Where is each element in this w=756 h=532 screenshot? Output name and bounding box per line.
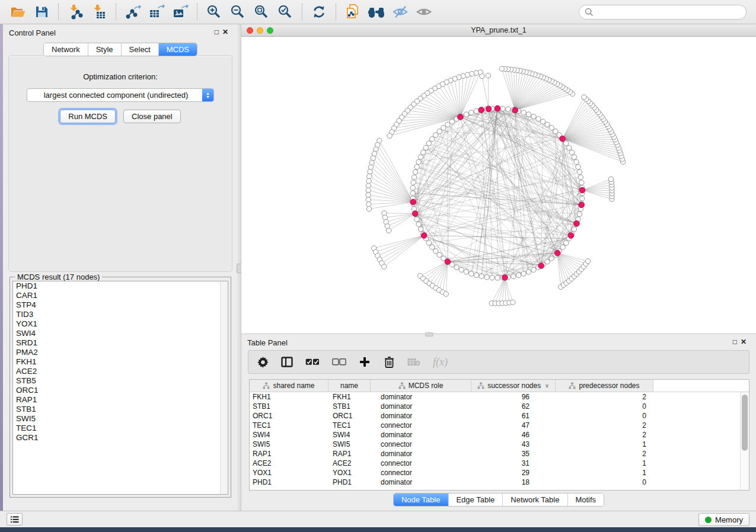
table-cell[interactable]: 46 <box>471 431 556 439</box>
table-cell[interactable]: STB1 <box>250 402 328 411</box>
export-network-icon[interactable] <box>121 2 145 21</box>
export-image-icon[interactable] <box>168 2 192 21</box>
table-cell[interactable]: 2 <box>556 431 653 439</box>
table-cell[interactable]: 1 <box>556 440 653 448</box>
first-neighbors-binoculars-icon[interactable] <box>365 2 388 21</box>
hide-selected-eye-icon[interactable] <box>388 2 412 21</box>
tab-style[interactable]: Style <box>88 43 122 56</box>
mcds-result-node[interactable]: STB1 <box>13 405 228 414</box>
mcds-result-node[interactable]: SWI5 <box>13 414 228 424</box>
mcds-result-list[interactable]: PHD1CAR1STP4TID3YOX1SWI4SRD1PMA2FKH1ACE2… <box>12 281 228 495</box>
table-row[interactable]: SWI5SWI5connector431 <box>250 440 749 449</box>
zoom-out-icon[interactable] <box>226 2 250 21</box>
table-row[interactable]: PHD1PHD1dominator180 <box>250 477 749 487</box>
table-cell[interactable]: YOX1 <box>250 469 328 477</box>
tab-network-table[interactable]: Network Table <box>503 493 567 506</box>
mcds-result-node[interactable]: STP4 <box>13 300 228 310</box>
column-header-mcds-role[interactable]: MCDS role <box>371 380 471 392</box>
table-cell[interactable]: SWI5 <box>328 440 371 448</box>
column-header-successor-nodes[interactable]: successor nodes ∨ <box>471 380 556 392</box>
table-cell[interactable]: ACE2 <box>250 459 328 467</box>
mcds-result-node[interactable]: GCR1 <box>13 433 228 443</box>
zoom-fit-icon[interactable] <box>250 2 273 21</box>
open-file-icon[interactable] <box>6 2 30 21</box>
table-cell[interactable]: dominator <box>371 431 471 439</box>
table-cell[interactable]: 1 <box>556 459 653 467</box>
table-cell[interactable]: ACE2 <box>328 459 371 467</box>
table-cell[interactable]: 62 <box>471 402 556 411</box>
table-cell[interactable]: SWI4 <box>250 431 328 439</box>
mcds-result-node[interactable]: YOX1 <box>13 319 228 329</box>
table-cell[interactable]: 1 <box>556 469 653 477</box>
close-panel-icon[interactable]: ✕ <box>222 28 232 36</box>
table-cell[interactable]: 2 <box>556 421 653 430</box>
tab-select[interactable]: Select <box>122 43 159 56</box>
table-row[interactable]: FKH1FKH1dominator962 <box>250 392 749 402</box>
table-cell[interactable]: PHD1 <box>250 478 328 486</box>
table-cell[interactable]: FKH1 <box>250 393 328 401</box>
table-cell[interactable]: dominator <box>371 402 471 411</box>
zoom-in-icon[interactable] <box>202 2 226 21</box>
table-cell[interactable]: 0 <box>556 478 653 486</box>
mcds-result-node[interactable]: ACE2 <box>13 367 228 376</box>
mcds-result-node[interactable]: RAP1 <box>13 395 228 405</box>
table-cell[interactable]: connector <box>371 459 471 467</box>
table-cell[interactable]: 0 <box>556 402 653 411</box>
mcds-result-node[interactable]: PMA2 <box>13 348 228 357</box>
table-row[interactable]: STB1STB1dominator620 <box>250 402 749 411</box>
table-cell[interactable]: 31 <box>471 459 556 467</box>
table-cell[interactable]: FKH1 <box>328 393 371 401</box>
table-cell[interactable]: 2 <box>556 393 653 401</box>
mcds-result-node[interactable]: SWI4 <box>13 329 228 338</box>
table-cell[interactable]: 47 <box>471 421 556 430</box>
import-table-icon[interactable] <box>87 2 111 21</box>
mcds-result-node[interactable]: PHD1 <box>13 281 228 291</box>
mcds-result-node[interactable]: SRD1 <box>13 338 228 348</box>
tab-mcds[interactable]: MCDS <box>159 43 197 56</box>
table-cell[interactable]: TEC1 <box>250 421 328 430</box>
tab-motifs[interactable]: Motifs <box>567 493 604 506</box>
table-row[interactable]: ORC1ORC1dominator610 <box>250 411 749 421</box>
show-column-panel-icon[interactable] <box>281 357 293 367</box>
float-table-panel-icon[interactable]: □ <box>733 338 741 346</box>
tab-network[interactable]: Network <box>44 43 88 56</box>
memory-button[interactable]: Memory <box>698 513 749 526</box>
table-cell[interactable]: RAP1 <box>328 450 371 458</box>
table-row[interactable]: SWI4SWI4dominator462 <box>250 430 749 440</box>
mcds-result-node[interactable]: STB5 <box>13 376 228 386</box>
refresh-icon[interactable] <box>307 2 331 21</box>
table-cell[interactable]: 29 <box>471 469 556 477</box>
table-cell[interactable]: STB1 <box>328 402 371 411</box>
task-history-button[interactable] <box>7 513 23 525</box>
table-cell[interactable]: dominator <box>371 478 471 486</box>
mcds-result-node[interactable]: CAR1 <box>13 291 228 300</box>
table-cell[interactable]: 2 <box>556 450 653 458</box>
column-header-predecessor-nodes[interactable]: predecessor nodes <box>556 380 653 392</box>
copy-network-icon[interactable] <box>341 2 365 21</box>
export-table-icon[interactable] <box>145 2 168 21</box>
import-network-icon[interactable] <box>63 2 87 21</box>
zoom-selected-icon[interactable] <box>273 2 297 21</box>
column-header-shared-name[interactable]: shared name <box>250 380 328 392</box>
table-cell[interactable]: TEC1 <box>328 421 371 430</box>
table-cell[interactable]: SWI4 <box>328 431 371 439</box>
table-cell[interactable]: connector <box>371 440 471 448</box>
mcds-list-scrollbar[interactable] <box>220 281 228 494</box>
table-cell[interactable]: dominator <box>371 393 471 401</box>
search-input[interactable] <box>579 5 747 20</box>
deselect-all-rows-icon[interactable] <box>332 358 346 366</box>
table-cell[interactable]: 43 <box>471 440 556 448</box>
network-canvas[interactable] <box>241 37 756 334</box>
table-scrollbar-thumb[interactable] <box>742 395 748 451</box>
mcds-result-node[interactable]: TEC1 <box>13 424 228 433</box>
select-all-rows-icon[interactable] <box>305 358 320 366</box>
table-cell[interactable]: ORC1 <box>250 412 328 420</box>
close-table-panel-icon[interactable]: ✕ <box>741 338 750 346</box>
close-panel-button[interactable]: Close panel <box>123 110 181 123</box>
add-column-plus-icon[interactable] <box>359 357 371 367</box>
table-cell[interactable]: connector <box>371 469 471 477</box>
show-all-eye-icon[interactable] <box>412 2 436 21</box>
table-cell[interactable]: 0 <box>556 412 653 420</box>
window-minimize-icon[interactable] <box>257 27 263 34</box>
table-cell[interactable]: dominator <box>371 412 471 420</box>
